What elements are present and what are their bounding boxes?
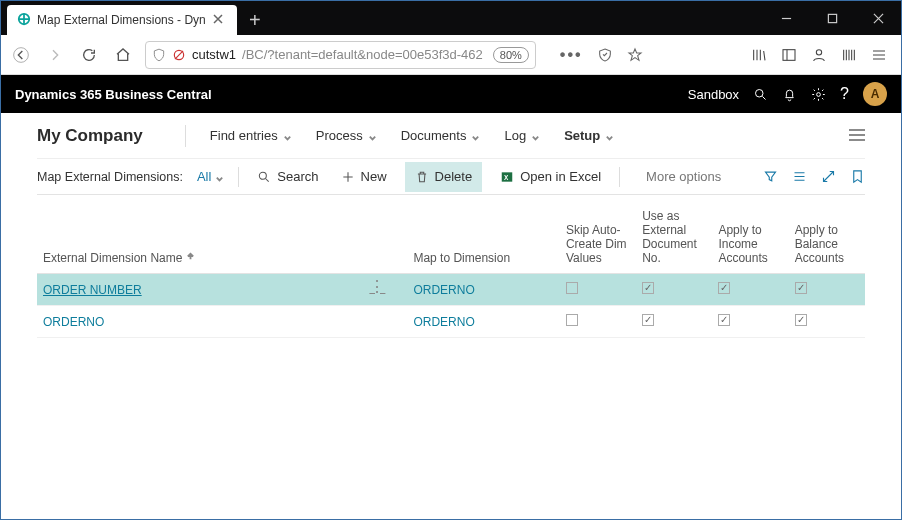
tab-close-icon[interactable] [212,13,224,28]
address-bar-tools: ••• [560,46,643,64]
expand-icon[interactable] [821,169,836,184]
cell-map[interactable]: ORDERNO [407,274,560,306]
zoom-badge[interactable]: 80% [493,47,529,63]
list-view-icon[interactable] [792,169,807,184]
url-host: cutstw1 [192,47,236,62]
sidebar-icon[interactable] [781,47,797,63]
menu-find-entries[interactable]: Find entries [210,128,292,143]
open-in-excel-action[interactable]: XOpen in Excel [496,162,605,192]
browser-tab-strip: Map External Dimensions - Dyn + [1,1,901,35]
svg-point-6 [756,89,764,97]
menu-setup[interactable]: Setup [564,128,614,143]
svg-rect-1 [828,14,836,22]
col-income[interactable]: Apply to Income Accounts [712,201,788,274]
favicon-icon [17,12,31,29]
checkbox-income[interactable] [718,282,730,294]
view-filter[interactable]: All [197,169,224,184]
page: My Company Find entries Process Document… [1,113,901,338]
notifications-icon[interactable] [782,87,797,102]
svg-rect-4 [783,49,795,60]
more-options[interactable]: More options [646,169,721,184]
col-balance[interactable]: Apply to Balance Accounts [789,201,865,274]
shield-icon [152,48,166,62]
checkbox-skip[interactable] [566,282,578,294]
checkbox-skip[interactable] [566,314,578,326]
bookmark-icon[interactable] [850,169,865,184]
browser-tab[interactable]: Map External Dimensions - Dyn [7,5,237,35]
view-icons [763,169,865,184]
new-action[interactable]: New [337,162,391,192]
search-icon[interactable] [753,87,768,102]
sort-asc-icon [186,251,195,265]
company-name: My Company [37,126,143,146]
menu-log[interactable]: Log [504,128,540,143]
toolbar-right-icons [751,47,887,63]
settings-gear-icon[interactable] [811,87,826,102]
browser-toolbar: cutstw1/BC/?tenant=default&node=00e53f3d… [1,35,901,75]
reload-button[interactable] [77,43,101,67]
checkbox-extno[interactable] [642,314,654,326]
maximize-button[interactable] [809,1,855,35]
search-action[interactable]: Search [253,162,322,192]
tab-title: Map External Dimensions - Dyn [37,13,206,27]
cell-name[interactable]: ORDER NUMBER [43,283,142,297]
app-brand: Dynamics 365 Business Central [15,87,212,102]
chevron-down-icon [368,131,377,140]
minimize-button[interactable] [763,1,809,35]
app-header: Dynamics 365 Business Central Sandbox ? … [1,75,901,113]
svg-point-8 [260,172,267,179]
url-path: /BC/?tenant=default&node=00e53f3d-462 [242,47,483,62]
col-extno[interactable]: Use as External Document No. [636,201,712,274]
environment-badge: Sandbox [688,87,739,102]
col-name[interactable]: External Dimension Name [37,201,407,274]
cell-map[interactable]: ORDERNO [407,306,560,338]
checkbox-balance[interactable] [795,314,807,326]
filter-icon[interactable] [763,169,778,184]
window-controls [763,1,901,35]
svg-point-7 [817,92,821,96]
new-tab-button[interactable]: + [237,5,273,35]
svg-point-2 [14,47,29,62]
col-skip[interactable]: Skip Auto-Create Dim Values [560,201,636,274]
dimensions-table: External Dimension Name Map to Dimension… [37,201,865,338]
chevron-down-icon [531,131,540,140]
chevron-down-icon [283,131,292,140]
page-title-bar: My Company Find entries Process Document… [37,113,865,159]
tracking-blocked-icon [172,48,186,62]
table-row[interactable]: ORDER NUMBER⋮ORDERNO [37,274,865,306]
home-button[interactable] [111,43,135,67]
menu-process[interactable]: Process [316,128,377,143]
delete-action[interactable]: Delete [405,162,483,192]
checkbox-balance[interactable] [795,282,807,294]
chevron-down-icon [605,131,614,140]
back-button[interactable] [9,43,33,67]
address-bar[interactable]: cutstw1/BC/?tenant=default&node=00e53f3d… [145,41,536,69]
bookmark-star-icon[interactable] [627,47,643,63]
checkbox-extno[interactable] [642,282,654,294]
overflow-grid-icon[interactable] [841,47,857,63]
chevron-down-icon [215,172,224,181]
cell-name[interactable]: ORDERNO [43,315,104,329]
row-menu-icon[interactable]: ⋮ [369,283,401,291]
library-icon[interactable] [751,47,767,63]
table-row[interactable]: ORDERNOORDERNO [37,306,865,338]
account-icon[interactable] [811,47,827,63]
chevron-down-icon [471,131,480,140]
main-menu-icon[interactable] [871,47,887,63]
page-label: Map External Dimensions: [37,170,183,184]
svg-point-5 [816,49,821,54]
action-bar: Map External Dimensions: All Search New … [37,159,865,195]
menu-documents[interactable]: Documents [401,128,481,143]
col-map[interactable]: Map to Dimension [407,201,560,274]
help-icon[interactable]: ? [840,85,849,103]
nav-hamburger-icon[interactable] [849,127,865,145]
forward-button[interactable] [43,43,67,67]
reader-icon[interactable] [597,47,613,63]
svg-text:X: X [504,173,509,180]
user-avatar[interactable]: A [863,82,887,106]
checkbox-income[interactable] [718,314,730,326]
page-actions-icon[interactable]: ••• [560,46,583,64]
close-window-button[interactable] [855,1,901,35]
